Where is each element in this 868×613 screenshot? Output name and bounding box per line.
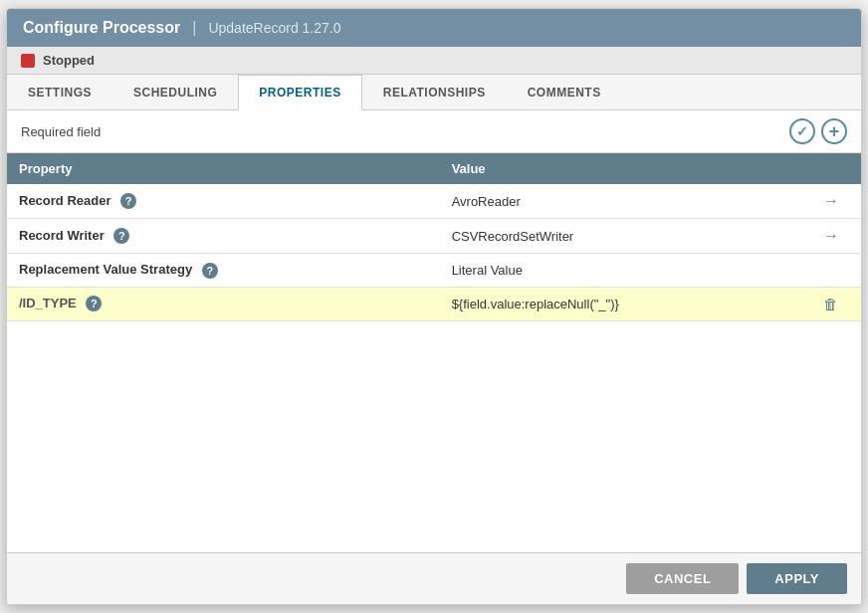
property-value[interactable]: ${field.value:replaceNull("_")} [440, 287, 811, 320]
table-header-row: Property Value [7, 153, 861, 184]
cancel-button[interactable]: CANCEL [626, 563, 739, 594]
delete-icon[interactable]: 🗑 [823, 296, 838, 312]
help-icon[interactable]: ? [113, 228, 129, 244]
tab-comments[interactable]: COMMENTS [507, 75, 622, 109]
required-field-label: Required field [21, 124, 101, 139]
property-name: Record Reader ? [7, 184, 440, 219]
property-value[interactable]: Literal Value [440, 254, 811, 288]
tab-settings[interactable]: SETTINGS [7, 75, 112, 109]
table-row: /ID_TYPE ? ${field.value:replaceNull("_"… [7, 287, 861, 320]
tab-properties[interactable]: PROPERTIES [238, 75, 361, 110]
property-name: Replacement Value Strategy ? [7, 254, 440, 288]
arrow-icon[interactable]: → [823, 192, 839, 209]
column-property: Property [7, 153, 440, 184]
property-action: → [811, 219, 861, 254]
checkmark-button[interactable]: ✓ [789, 118, 815, 144]
table-row: Record Writer ? CSVRecordSetWriter → [7, 219, 861, 254]
dialog-title: Configure Processor [23, 19, 180, 37]
status-label: Stopped [43, 53, 95, 68]
property-action: 🗑 [811, 287, 861, 320]
add-property-button[interactable]: + [821, 118, 847, 144]
table-row: Replacement Value Strategy ? Literal Val… [7, 254, 861, 288]
plus-icon: + [829, 121, 840, 142]
property-value[interactable]: AvroReader [440, 184, 811, 219]
dialog-subtitle: UpdateRecord 1.27.0 [208, 20, 340, 36]
required-field-bar: Required field ✓ + [7, 110, 861, 153]
column-action [811, 153, 861, 184]
arrow-icon[interactable]: → [823, 227, 839, 244]
property-name: /ID_TYPE ? [7, 287, 440, 320]
status-bar: Stopped [7, 47, 861, 75]
dialog-header: Configure Processor | UpdateRecord 1.27.… [7, 9, 861, 47]
help-icon[interactable]: ? [202, 263, 218, 279]
property-value[interactable]: CSVRecordSetWriter [440, 219, 811, 254]
dialog-footer: CANCEL APPLY [7, 552, 861, 604]
configure-processor-dialog: Configure Processor | UpdateRecord 1.27.… [6, 8, 862, 605]
action-buttons: ✓ + [789, 118, 847, 144]
property-action: → [811, 184, 861, 219]
apply-button[interactable]: APPLY [747, 563, 847, 594]
tab-relationships[interactable]: RELATIONSHIPS [362, 75, 507, 109]
help-icon[interactable]: ? [86, 296, 102, 311]
checkmark-icon: ✓ [796, 123, 808, 139]
tab-scheduling[interactable]: SCHEDULING [112, 75, 238, 109]
property-action [811, 254, 861, 288]
header-separator: | [192, 19, 196, 37]
column-value: Value [440, 153, 811, 184]
table-row: Record Reader ? AvroReader → [7, 184, 861, 219]
properties-table: Property Value Record Reader ? AvroReade… [7, 153, 861, 321]
content-area: Required field ✓ + Property Value [7, 110, 861, 552]
help-icon[interactable]: ? [120, 193, 136, 209]
property-name: Record Writer ? [7, 219, 440, 254]
status-indicator [21, 54, 35, 68]
tabs-container: SETTINGS SCHEDULING PROPERTIES RELATIONS… [7, 75, 861, 110]
